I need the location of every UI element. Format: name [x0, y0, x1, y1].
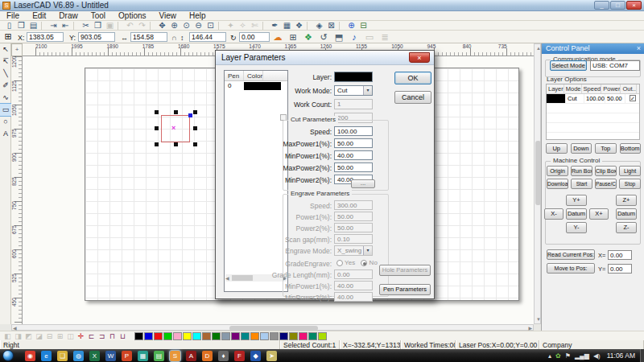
- palette-swatch[interactable]: [212, 332, 221, 340]
- grid-app-icon[interactable]: ▦: [138, 351, 148, 361]
- cut-param-field[interactable]: 100.00: [334, 126, 373, 136]
- align-edge-right-icon[interactable]: ⊐: [97, 331, 107, 341]
- selection-handle[interactable]: [174, 142, 178, 146]
- palette-swatch[interactable]: [279, 332, 288, 340]
- toolbar-icon[interactable]: [150, 22, 155, 30]
- selection-handle[interactable]: [155, 110, 159, 114]
- polyline-tool[interactable]: ✐: [0, 80, 11, 92]
- mirror-h-icon[interactable]: ⊟: [44, 331, 55, 341]
- palette-swatch[interactable]: [221, 332, 230, 340]
- rotation-handle[interactable]: [188, 113, 192, 117]
- menu-item[interactable]: Tool: [85, 11, 112, 21]
- menu-item[interactable]: Options: [112, 11, 152, 21]
- pen-parameters-button[interactable]: Pen Parameters: [379, 284, 431, 295]
- palette-swatch[interactable]: [231, 332, 240, 340]
- zoom-in-icon[interactable]: ⊕: [168, 21, 180, 31]
- datum-xy-button[interactable]: Datum: [566, 208, 587, 220]
- shield-app-icon[interactable]: ◆: [250, 351, 261, 361]
- undo-icon[interactable]: ↶: [124, 21, 136, 31]
- pan-icon[interactable]: ✥: [156, 21, 168, 31]
- array-icon[interactable]: ▦: [281, 21, 293, 31]
- palette-swatch[interactable]: [250, 332, 259, 340]
- output-checkbox[interactable]: ✓: [630, 95, 636, 101]
- layer-color-field[interactable]: [334, 72, 373, 82]
- lasercad-icon[interactable]: S: [170, 351, 180, 361]
- pointer-app-icon[interactable]: ➤: [266, 351, 277, 361]
- cut-param-field[interactable]: 50.00: [334, 162, 373, 172]
- minimize-button[interactable]: _: [594, 1, 609, 10]
- palette-swatch[interactable]: [270, 332, 279, 340]
- palette-swatch[interactable]: [163, 332, 172, 340]
- dialog-close-button[interactable]: ×: [409, 52, 430, 63]
- x-pos-field[interactable]: 0.00: [608, 250, 632, 260]
- combo-arrow-icon[interactable]: ▾: [363, 86, 372, 95]
- y-pos-field[interactable]: 0.00: [608, 264, 632, 274]
- jog-x-minus-button[interactable]: X-: [544, 208, 564, 220]
- cloud-output-icon[interactable]: ☁: [272, 31, 283, 43]
- palette-swatch[interactable]: [154, 332, 163, 340]
- tray-network-icon[interactable]: ▂▄▆: [575, 352, 589, 360]
- text-tool[interactable]: A: [0, 128, 11, 140]
- pick-icon[interactable]: ✒: [269, 21, 281, 31]
- gray-app-icon[interactable]: ♦: [218, 351, 229, 361]
- weld-icon[interactable]: ✦: [225, 21, 237, 31]
- more-options-button[interactable]: ...: [351, 179, 375, 188]
- extra-icon-2[interactable]: ≣: [379, 31, 390, 43]
- sound-icon[interactable]: ♪: [349, 31, 360, 43]
- toolbar-icon[interactable]: [262, 22, 267, 30]
- mirror-v-icon[interactable]: ⊞: [55, 331, 65, 341]
- ellipse-tool[interactable]: ○: [0, 116, 11, 128]
- layer-color-cell[interactable]: [547, 94, 566, 103]
- vscroll-thumb[interactable]: [535, 141, 541, 205]
- chrome-icon[interactable]: ◉: [25, 351, 35, 361]
- zoom-window-icon[interactable]: ⊙: [180, 21, 192, 31]
- toolbar-icon[interactable]: [41, 22, 46, 30]
- ungroup-icon[interactable]: ◨: [13, 331, 23, 341]
- close-button[interactable]: ×: [626, 1, 642, 10]
- toolbar-icon[interactable]: [339, 22, 344, 30]
- laser-origin-icon[interactable]: ✛: [76, 331, 86, 341]
- stop-button[interactable]: Stop: [619, 179, 641, 189]
- monitor-icon[interactable]: ⊟: [357, 21, 369, 31]
- start-button[interactable]: [2, 350, 14, 361]
- green-app-icon[interactable]: ▤: [154, 351, 164, 361]
- rectangle-tool[interactable]: ▭: [0, 104, 11, 116]
- jog-z-plus-button[interactable]: Z+: [616, 195, 637, 206]
- bezier-tool[interactable]: ∿: [0, 92, 11, 104]
- panel-close-icon[interactable]: ×: [637, 43, 641, 54]
- palette-swatch[interactable]: [241, 332, 250, 340]
- align-edge-top-icon[interactable]: ⊓: [107, 331, 118, 341]
- simulate-icon[interactable]: ⊠: [325, 21, 337, 31]
- trim-icon[interactable]: ✧: [237, 21, 249, 31]
- tray-flag-icon[interactable]: ⚑: [565, 352, 571, 360]
- clock[interactable]: 11:06 AM: [607, 352, 635, 360]
- menu-item[interactable]: Help: [183, 11, 213, 21]
- knife-icon[interactable]: ✄: [249, 21, 261, 31]
- orange-app-icon[interactable]: D: [202, 351, 213, 361]
- google-earth-icon[interactable]: ◍: [73, 351, 84, 361]
- toolbar-icon[interactable]: [73, 22, 78, 30]
- cancel-button[interactable]: Cancel: [394, 91, 431, 104]
- selection-handle[interactable]: [155, 126, 159, 130]
- menu-item[interactable]: Edit: [26, 11, 52, 21]
- horizontal-scrollbar[interactable]: ◀ ▶: [11, 324, 534, 331]
- excel-icon[interactable]: X: [89, 351, 100, 361]
- redo-icon[interactable]: ↷: [136, 21, 148, 31]
- import-icon[interactable]: ⇥: [47, 21, 60, 31]
- palette-swatch[interactable]: [260, 332, 269, 340]
- selection-handle[interactable]: [193, 110, 197, 114]
- paste-icon[interactable]: ▣: [104, 21, 116, 31]
- menu-item[interactable]: View: [153, 11, 184, 21]
- lock-ratio-icon[interactable]: ∩: [171, 34, 176, 42]
- align-edge-left-icon[interactable]: ⊏: [86, 331, 97, 341]
- cut-icon[interactable]: ✂: [80, 21, 92, 31]
- selection-handle[interactable]: [174, 110, 178, 114]
- show-desktop-button[interactable]: [640, 349, 644, 362]
- up-button[interactable]: Up: [546, 143, 568, 154]
- y-position-field[interactable]: 903.05: [78, 32, 115, 42]
- down-button[interactable]: Down: [571, 143, 592, 154]
- palette-swatch[interactable]: [299, 332, 308, 340]
- download-button[interactable]: Download: [547, 179, 568, 189]
- palette-swatch[interactable]: [202, 332, 211, 340]
- node-edit-tool[interactable]: ↸: [0, 56, 11, 68]
